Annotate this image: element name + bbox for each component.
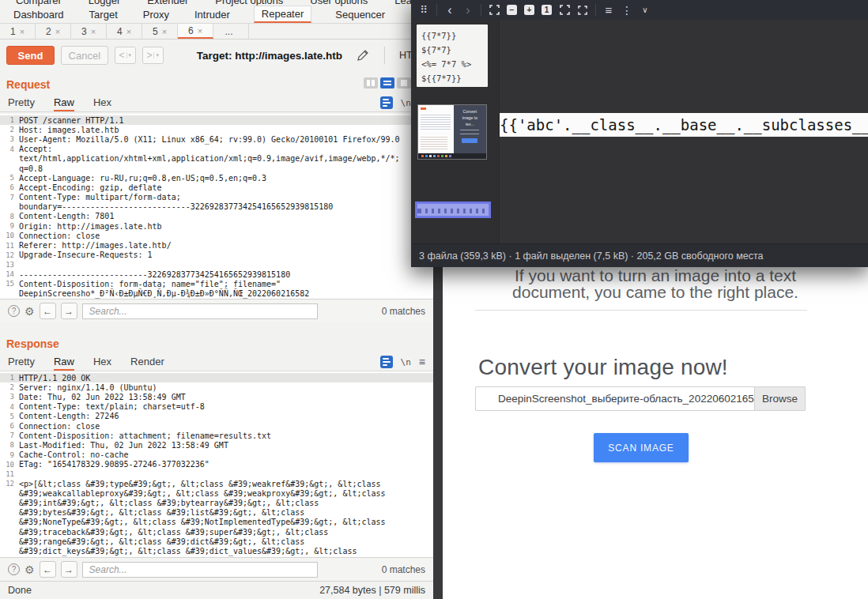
pretty-print-icon[interactable]	[380, 356, 393, 368]
thumbnail-screenshot[interactable]: Convert image to tex...	[417, 104, 487, 160]
line-number: 5	[0, 174, 19, 182]
search-next-icon[interactable]: →	[61, 303, 77, 319]
close-tab-icon[interactable]: ×	[91, 27, 96, 36]
request-line: boundary=---------------------------3226…	[0, 202, 433, 212]
line-number: 4	[0, 145, 19, 153]
next-image-icon[interactable]: ›	[462, 4, 474, 17]
response-line: 5Content-Length: 27246	[0, 412, 433, 421]
editor-tab[interactable]: Pretty	[8, 356, 35, 371]
repeater-tab[interactable]: 2×	[36, 24, 71, 39]
file-upload-control[interactable]: DeepinScreenshot_выберите-область_202206…	[475, 386, 806, 411]
main-tab[interactable]: Intruder	[193, 7, 232, 23]
close-tab-icon[interactable]: ×	[198, 26, 202, 36]
main-tab[interactable]: Sequencer	[334, 7, 387, 23]
editor-tab[interactable]: Pretty	[8, 96, 35, 111]
exit-fullscreen-icon[interactable]	[577, 6, 588, 15]
line-number: 11	[0, 470, 19, 478]
repeater-tab[interactable]: ...	[213, 24, 249, 39]
main-tab[interactable]: Dashboard	[12, 7, 66, 23]
response-search-input[interactable]	[82, 562, 318, 578]
search-prev-icon[interactable]: ←	[40, 561, 56, 578]
zoom-in-icon[interactable]: +	[524, 5, 534, 15]
response-editor[interactable]: 1HTTP/1.1 200 OK 2Server: nginx/1.14.0 (…	[0, 371, 433, 557]
top-menu-item[interactable]: Comparer	[14, 0, 63, 7]
gear-icon[interactable]: ⚙	[25, 306, 35, 317]
send-button[interactable]: Send	[6, 46, 55, 65]
help-icon[interactable]: ?	[8, 305, 20, 317]
request-search-input[interactable]	[82, 303, 318, 319]
line-text: Cache-Control: no-cache	[19, 450, 128, 459]
chevron-down-icon[interactable]: ▾	[126, 52, 132, 58]
actual-size-icon[interactable]: 1	[542, 5, 552, 15]
browse-button[interactable]: Browse	[754, 387, 805, 410]
line-text: &#39;dict_keys&#39;&gt;, &lt;class &#39;…	[19, 547, 357, 556]
close-tab-icon[interactable]: ×	[55, 27, 60, 36]
repeater-tab[interactable]: 3×	[71, 24, 107, 39]
kebab-menu-icon[interactable]: ⋮	[621, 5, 632, 16]
editor-tab[interactable]: Hex	[93, 356, 111, 371]
toolbar-divider	[481, 4, 481, 16]
top-menu-item[interactable]: User options	[308, 0, 369, 7]
previous-image-icon[interactable]: ‹	[444, 4, 455, 17]
burp-suite-window: ComparerLoggerExtenderProject optionsUse…	[0, 0, 433, 599]
repeater-tab[interactable]: 6×	[178, 24, 213, 39]
edit-target-pencil-icon[interactable]	[357, 50, 368, 62]
rows-layout-icon[interactable]	[380, 77, 394, 89]
editor-tab[interactable]: Raw	[54, 96, 74, 111]
main-tab[interactable]: Proxy	[142, 7, 171, 23]
single-layout-icon[interactable]	[397, 77, 411, 89]
previous-request-button[interactable]: <▾	[115, 47, 136, 64]
repeater-tab[interactable]: 5×	[142, 24, 178, 39]
request-editor[interactable]: 1POST /scanner HTTP/1.1 2Host: images.la…	[0, 114, 433, 299]
top-menu-item[interactable]: Extender	[145, 0, 190, 7]
repeater-tab[interactable]: 4×	[107, 24, 142, 39]
pretty-print-icon[interactable]	[380, 96, 393, 109]
chevron-down-icon[interactable]: ▾	[153, 52, 159, 58]
viewer-canvas[interactable]: {{'abc'.__class__.__base__.__subclasses_…	[500, 20, 868, 243]
fullscreen-icon[interactable]	[559, 5, 570, 15]
chevron-down-icon[interactable]: ∨	[640, 6, 651, 14]
search-prev-icon[interactable]: ←	[40, 303, 56, 319]
next-request-button[interactable]: >▾	[142, 47, 164, 64]
repeater-tab-number: 2	[46, 26, 51, 37]
repeater-tab[interactable]: 1×	[0, 24, 36, 39]
thumb-burp-region	[418, 105, 454, 153]
layout-toggle-group	[364, 77, 411, 89]
thumbnail-ssti-text-file[interactable]: {{7*7}}${7*7}<%= 7*7 %>${{7*7}}	[417, 24, 488, 87]
thumbnail-selected-payload-image[interactable]	[415, 202, 491, 218]
request-line: text/html,application/xhtml+xml,applicat…	[0, 154, 433, 164]
zoom-out-icon[interactable]: −	[507, 5, 517, 15]
line-number: 7	[0, 194, 19, 202]
fit-window-icon[interactable]	[489, 5, 500, 15]
editor-menu-icon[interactable]: ≡	[419, 356, 425, 368]
close-tab-icon[interactable]: ×	[162, 27, 167, 36]
request-line: 11Referer: http://images.late.htb/	[0, 240, 433, 250]
desktop: ComparerLoggerExtenderProject optionsUse…	[0, 0, 868, 599]
folder-view-icon[interactable]: ⠿	[418, 5, 429, 15]
search-next-icon[interactable]: →	[61, 561, 77, 578]
help-icon[interactable]: ?	[8, 563, 20, 575]
editor-tab[interactable]: Hex	[93, 96, 111, 111]
main-tab[interactable]: Target	[88, 7, 119, 23]
list-view-icon[interactable]: ≡	[603, 4, 614, 16]
scan-image-button[interactable]: SCAN IMAGE	[594, 433, 689, 462]
gear-icon[interactable]: ⚙	[25, 564, 35, 575]
line-text: q=0.8	[19, 164, 43, 173]
request-line: 2Host: images.late.htb	[0, 125, 433, 134]
response-line: &#39;bytes&#39;&gt;, &lt;class &#39;list…	[0, 508, 433, 518]
columns-layout-icon[interactable]	[364, 77, 378, 89]
close-tab-icon[interactable]: ×	[20, 27, 25, 36]
main-tab[interactable]: Repeater	[254, 6, 311, 23]
line-text: POST /scanner HTTP/1.1	[19, 116, 123, 125]
show-newlines-icon[interactable]: \n	[401, 357, 411, 367]
close-tab-icon[interactable]: ×	[126, 27, 131, 36]
top-menu-item[interactable]: Logger	[87, 0, 122, 7]
show-newlines-icon[interactable]: \n	[401, 98, 411, 108]
burp-main-tabs: DashboardTargetProxyIntruderRepeaterSequ…	[0, 7, 433, 24]
cancel-button[interactable]: Cancel	[61, 46, 108, 65]
editor-tab[interactable]: Render	[130, 356, 164, 371]
editor-tab[interactable]: Raw	[54, 356, 74, 371]
line-number: 15	[0, 280, 19, 288]
line-text: &#39;bytes&#39;&gt;, &lt;class &#39;list…	[19, 508, 304, 517]
repeater-tab-number: ...	[225, 26, 232, 37]
